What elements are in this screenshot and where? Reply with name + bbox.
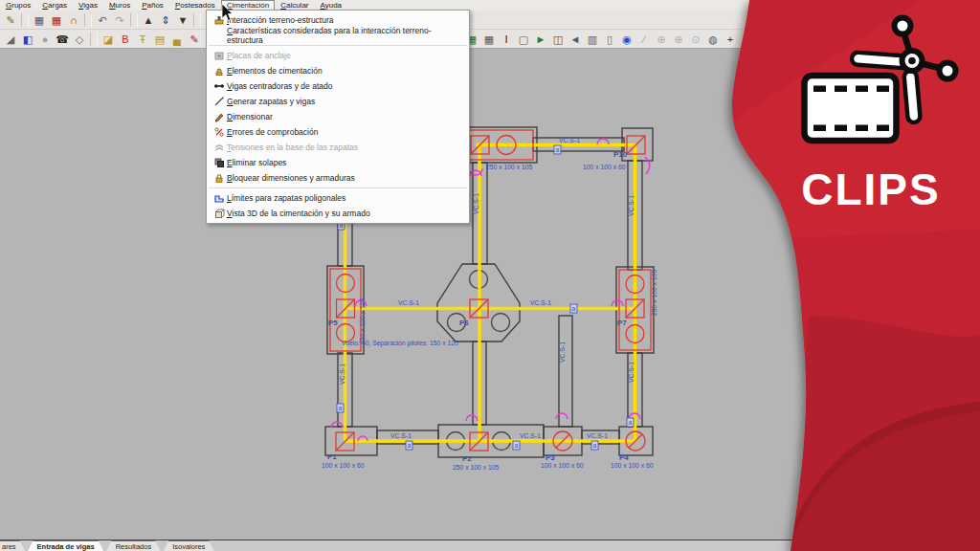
menu-item-elementos-de-cimentacion[interactable]: Elementos de cimentación [207, 63, 469, 78]
plan-label: P2 [462, 454, 472, 463]
expand-down-icon[interactable]: ▼ [175, 12, 190, 28]
menu-item-label: Bloquear dimensiones y armaduras [227, 173, 355, 183]
menu-cargas[interactable]: Cargas [36, 1, 73, 11]
plan-label: 100 x 100 x 60 [611, 462, 654, 469]
menu-item-label: Generar zapatas y vigas [227, 97, 315, 106]
template-icon[interactable]: ▤ [152, 32, 167, 47]
stamp-icon-glyph: ▄ [173, 32, 181, 47]
plan-label: P3 [546, 453, 555, 462]
paint-icon[interactable]: ✎ [187, 32, 202, 47]
bim-icon[interactable]: B [118, 32, 133, 47]
menu-item-tensiones-en-la-base-de-las-zapatas[interactable]: Tensiones en la base de las zapatas [207, 140, 469, 155]
cursor-text-icon[interactable]: I [499, 32, 514, 47]
globe-help-icon[interactable]: ◍ [705, 32, 721, 47]
drawing-canvas[interactable]: P9250 x 100 x 105P10100 x 100 x 60VC.S-1… [0, 49, 980, 540]
menu-ayuda[interactable]: Ayuda [315, 1, 348, 11]
section-marker-label: a [339, 405, 343, 411]
pen-icon[interactable]: ✎ [3, 12, 18, 28]
slope-icon[interactable]: ◢ [3, 32, 18, 47]
menu-postesados[interactable]: Postesados [169, 1, 221, 11]
menu-separator [209, 45, 467, 46]
foundation-plan: P9250 x 100 x 105P10100 x 100 x 60VC.S-1… [0, 49, 980, 540]
menu-item-bloquear-dimensiones-y-armaduras[interactable]: Bloquear dimensiones y armaduras [207, 170, 469, 186]
add-circle-icon[interactable]: ⊕ [654, 32, 669, 47]
menu-item-label: Límites para zapatas poligonales [227, 193, 345, 203]
tag-icon[interactable]: ◇ [72, 32, 87, 47]
undo-icon[interactable]: ↶ [95, 12, 110, 28]
menu-grupos[interactable]: Grupos [0, 1, 36, 11]
close-toolbar-icon-glyph: × [745, 32, 750, 47]
add-module-icon-glyph: + [727, 32, 733, 47]
cimentacion-menu: Interacción terreno-estructuraCaracterís… [206, 10, 470, 224]
tab-ares[interactable]: ares [0, 540, 26, 551]
menu-item-errores-de-comprobacion[interactable]: Errores de comprobación [207, 124, 469, 140]
section-marker-label: a [556, 146, 560, 153]
export-green-icon[interactable]: ► [533, 32, 548, 47]
close-toolbar-icon[interactable]: × [740, 32, 755, 47]
speaker-icon[interactable]: ◄ [568, 32, 583, 47]
tab-entrada-de-vigas[interactable]: Entrada de vigas [28, 540, 104, 551]
menu-item-limites-para-zapatas-poligonales[interactable]: Límites para zapatas poligonales [207, 190, 469, 206]
collapse-up-icon[interactable]: ▲ [141, 12, 156, 28]
menu-item-generar-zapatas-y-vigas[interactable]: Generar zapatas y vigas [207, 94, 469, 109]
menu-muros[interactable]: Muros [103, 1, 136, 11]
bottom-tab-bar: aresEntrada de vigasResultadosIsovalores [0, 540, 980, 551]
select-region-icon[interactable]: ▢ [516, 32, 531, 47]
cube-icon[interactable]: ◪ [100, 32, 116, 47]
menu-item-dimensionar[interactable]: Dimensionar [207, 109, 469, 124]
slash-icon[interactable]: ∕ [636, 32, 652, 47]
plan-label: VC.S-1 [628, 362, 635, 383]
stamp-icon[interactable]: ▄ [169, 32, 185, 47]
menu-item-vigas-centradoras-y-de-atado[interactable]: Vigas centradoras y de atado [207, 78, 469, 94]
padlock-small-icon[interactable]: ⊙ [688, 32, 703, 47]
tab-resultados[interactable]: Resultados [106, 540, 162, 551]
toolbar-separator [193, 13, 201, 27]
padlock-small-icon-glyph: ⊙ [691, 32, 700, 47]
grid-blue-icon[interactable]: ▦ [481, 32, 497, 47]
cube-icon-glyph: ◪ [103, 32, 113, 47]
menu-item-label: Placas de anclaje [227, 51, 291, 60]
magnet-icon[interactable]: ∩ [66, 12, 81, 28]
menu-item-label: Tensiones en la base de las zapatas [227, 143, 358, 152]
tab-label: Isovalores [172, 542, 205, 551]
drop-icon[interactable]: ● [37, 32, 53, 47]
menu-panos[interactable]: Paños [136, 1, 169, 11]
fit-vertical-icon-glyph: ⇕ [161, 12, 169, 28]
plan-label: VC.S-1 [530, 299, 551, 306]
key-icon[interactable]: Ŧ [135, 32, 150, 47]
section-marker-label: a [572, 305, 576, 312]
menu-bar: GruposCargasVigasMurosPañosPostesadosCim… [0, 0, 980, 11]
tab-isovalores[interactable]: Isovalores [163, 540, 214, 551]
redo-icon[interactable]: ↷ [112, 12, 127, 28]
note-icon[interactable]: ▯ [602, 32, 617, 47]
layers-icon[interactable]: ◧ [20, 32, 35, 47]
table-icon[interactable]: ▦ [32, 12, 47, 28]
tab-label: ares [2, 542, 16, 551]
menu-item-vista-3d-de-la-cimentacion-y-su-armado[interactable]: Vista 3D de la cimentación y su armado [207, 206, 469, 221]
wand-icon [211, 96, 227, 107]
add-circle2-icon[interactable]: ⊕ [671, 32, 686, 47]
frame-icon[interactable]: ◫ [550, 32, 566, 47]
no-icon [211, 30, 227, 41]
tables-icon[interactable]: ▥ [585, 32, 600, 47]
phone-icon[interactable]: ☎ [55, 32, 70, 47]
plan-label: VC.S-1 [559, 342, 566, 363]
menu-item-placas-de-anclaje[interactable]: Placas de anclaje [207, 48, 469, 63]
stress-waves-icon [211, 142, 227, 153]
layers-icon-glyph: ◧ [23, 32, 33, 47]
tables-icon-glyph: ▥ [588, 32, 597, 47]
menu-vigas[interactable]: Vigas [73, 1, 103, 11]
polygon-icon [211, 192, 227, 204]
add-module-icon[interactable]: + [723, 32, 738, 47]
menu-item-caracteristicas-consideradas-para-la-interaccion-terreno-estructura[interactable]: Características consideradas para la int… [207, 28, 469, 43]
plan-label: 100 x 100 x 60 [322, 462, 365, 469]
plan-label: Vuelo: 40, Separación pilotes: 150 x 120 [342, 340, 458, 347]
menu-item-label: Vista 3D de la cimentación y su armado [227, 209, 370, 218]
menu-calcular[interactable]: Calcular [275, 1, 314, 11]
grid-blue-icon-glyph: ▦ [484, 32, 494, 47]
help-blue-icon-glyph: ◉ [622, 32, 632, 47]
fit-vertical-icon[interactable]: ⇕ [158, 12, 173, 28]
menu-item-eliminar-solapes[interactable]: Eliminar solapes [207, 155, 469, 170]
help-blue-icon[interactable]: ◉ [619, 32, 635, 47]
table-red-icon[interactable]: ▦ [49, 12, 64, 28]
